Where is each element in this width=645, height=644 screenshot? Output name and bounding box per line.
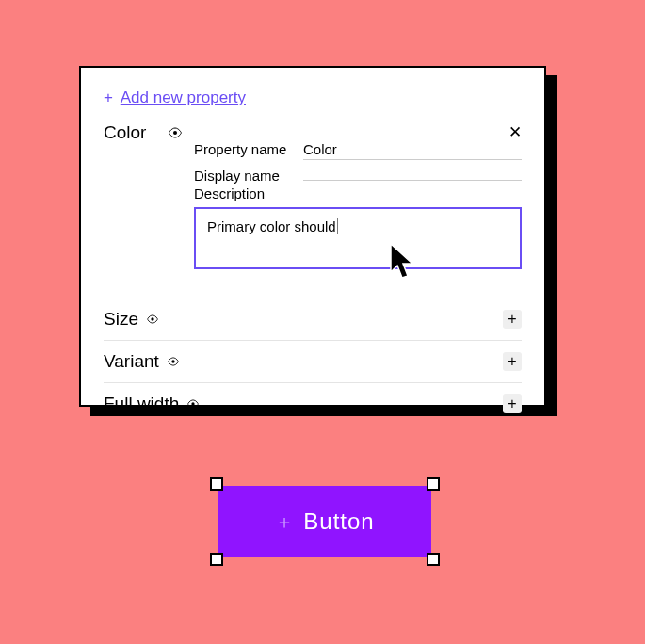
svg-point-2: [171, 360, 174, 362]
eye-icon[interactable]: [167, 355, 180, 369]
property-row-full-width[interactable]: Full width +: [104, 382, 522, 414]
property-label: Variant: [104, 351, 159, 372]
description-label: Description: [194, 185, 296, 201]
property-label: Size: [104, 309, 138, 330]
svg-point-0: [173, 131, 177, 135]
collapsed-properties: Size + Variant + Full width +: [104, 298, 522, 414]
property-label: Full width: [104, 394, 179, 414]
display-name-label: Display name: [194, 168, 296, 184]
plus-icon: ＋: [275, 509, 294, 535]
button-component[interactable]: ＋ Button: [218, 486, 431, 557]
property-name-input[interactable]: Color: [303, 141, 522, 160]
eye-icon[interactable]: [168, 126, 183, 141]
selection-handle-tl[interactable]: [210, 477, 223, 491]
property-title: Color: [104, 122, 160, 143]
eye-icon[interactable]: [186, 397, 200, 411]
selection-handle-bl[interactable]: [210, 553, 223, 566]
svg-point-1: [151, 317, 153, 320]
svg-point-3: [192, 402, 195, 405]
display-name-input[interactable]: [303, 162, 522, 181]
property-form: Property name Color Display name Descrip…: [194, 141, 522, 269]
property-name-label: Property name: [194, 141, 296, 157]
eye-icon[interactable]: [146, 313, 159, 327]
add-value-button[interactable]: +: [503, 310, 522, 329]
plus-icon: +: [104, 89, 113, 106]
add-new-property-label: Add new property: [121, 89, 246, 106]
button-label: Button: [303, 508, 374, 535]
selection-handle-br[interactable]: [427, 553, 440, 566]
add-value-button[interactable]: +: [503, 394, 522, 413]
description-input[interactable]: Primary color should: [194, 207, 522, 269]
property-row-size[interactable]: Size +: [104, 298, 522, 340]
close-icon[interactable]: ✕: [508, 122, 522, 142]
property-row-variant[interactable]: Variant +: [104, 340, 522, 382]
property-block-color: Color ✕ Property name Color Display name…: [104, 122, 522, 269]
add-value-button[interactable]: +: [503, 352, 522, 371]
properties-panel: + Add new property Color ✕ Property name…: [79, 66, 546, 407]
add-new-property-link[interactable]: + Add new property: [104, 89, 522, 107]
selection-handle-tr[interactable]: [427, 477, 440, 491]
